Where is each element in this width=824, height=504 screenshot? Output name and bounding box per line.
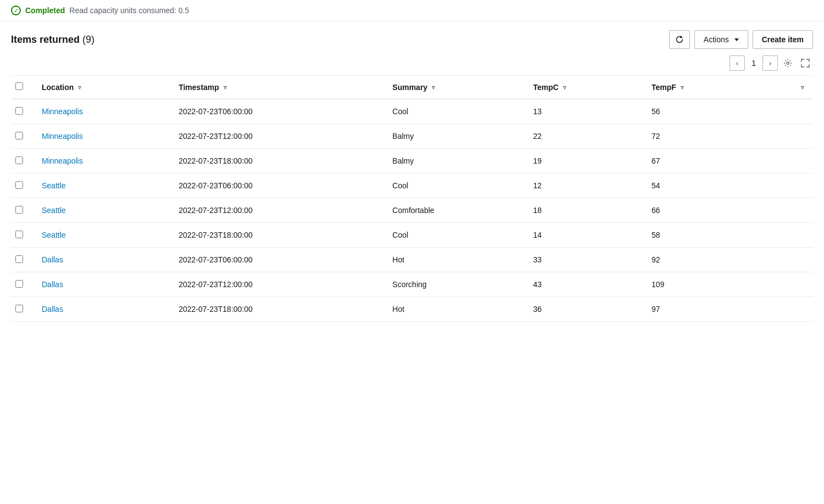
fullscreen-icon-button[interactable]	[798, 55, 813, 71]
cell-extra	[759, 198, 813, 223]
location-link[interactable]: Minneapolis	[42, 107, 83, 116]
sort-icon-extra: ▿	[801, 84, 804, 91]
capacity-text: Read capacity units consumed: 0.5	[69, 6, 189, 15]
row-checkbox-3[interactable]	[15, 181, 23, 189]
location-link[interactable]: Minneapolis	[42, 156, 83, 165]
cell-location[interactable]: Dallas	[33, 248, 170, 272]
cell-timestamp: 2022-07-23T12:00:00	[170, 272, 383, 297]
completed-icon: ✓	[11, 5, 21, 15]
cell-timestamp: 2022-07-23T12:00:00	[170, 198, 383, 223]
cell-timestamp: 2022-07-23T12:00:00	[170, 124, 383, 149]
cell-summary: Cool	[383, 173, 524, 198]
location-link[interactable]: Dallas	[42, 255, 63, 264]
col-header-tempc[interactable]: TempC ▿	[524, 76, 643, 99]
pagination-bar: ‹ 1 ›	[0, 53, 824, 75]
location-link[interactable]: Seattle	[42, 206, 66, 215]
cell-tempf: 67	[643, 149, 759, 173]
location-link[interactable]: Seattle	[42, 181, 66, 190]
cell-tempf: 92	[643, 248, 759, 272]
table-row: Dallas2022-07-23T12:00:00Scorching43109	[11, 272, 813, 297]
row-checkbox-cell	[11, 272, 33, 297]
cell-tempc: 36	[524, 297, 643, 322]
col-header-extra: ▿	[759, 76, 813, 99]
table-header-row: Location ▿ Timestamp ▿ Summary ▿ TempC ▿…	[11, 76, 813, 99]
cell-extra	[759, 124, 813, 149]
cell-tempc: 43	[524, 272, 643, 297]
location-link[interactable]: Dallas	[42, 305, 63, 313]
row-checkbox-cell	[11, 297, 33, 322]
select-all-checkbox[interactable]	[15, 82, 23, 90]
cell-location[interactable]: Seattle	[33, 173, 170, 198]
select-all-header	[11, 76, 33, 99]
cell-location[interactable]: Minneapolis	[33, 124, 170, 149]
sort-icon-summary: ▿	[432, 84, 435, 91]
cell-location[interactable]: Seattle	[33, 198, 170, 223]
row-checkbox-cell	[11, 124, 33, 149]
cell-tempf: 109	[643, 272, 759, 297]
row-checkbox-cell	[11, 198, 33, 223]
cell-timestamp: 2022-07-23T06:00:00	[170, 99, 383, 124]
cell-location[interactable]: Seattle	[33, 223, 170, 248]
cell-summary: Balmy	[383, 149, 524, 173]
table-row: Seattle2022-07-23T18:00:00Cool1458	[11, 223, 813, 248]
row-checkbox-5[interactable]	[15, 231, 23, 238]
cell-location[interactable]: Dallas	[33, 297, 170, 322]
row-checkbox-6[interactable]	[15, 255, 23, 263]
cell-timestamp: 2022-07-23T18:00:00	[170, 297, 383, 322]
location-link[interactable]: Minneapolis	[42, 132, 83, 141]
table-row: Seattle2022-07-23T12:00:00Comfortable186…	[11, 198, 813, 223]
sort-icon-location: ▿	[78, 84, 81, 91]
cell-tempc: 14	[524, 223, 643, 248]
cell-summary: Comfortable	[383, 198, 524, 223]
toolbar: Items returned (9) Actions Create item	[0, 21, 824, 53]
cell-extra	[759, 149, 813, 173]
cell-summary: Hot	[383, 248, 524, 272]
cell-extra	[759, 297, 813, 322]
next-page-button[interactable]: ›	[762, 55, 778, 71]
location-link[interactable]: Seattle	[42, 231, 66, 239]
cell-tempc: 22	[524, 124, 643, 149]
cell-location[interactable]: Minneapolis	[33, 99, 170, 124]
row-checkbox-7[interactable]	[15, 280, 23, 288]
table-row: Dallas2022-07-23T06:00:00Hot3392	[11, 248, 813, 272]
row-checkbox-0[interactable]	[15, 107, 23, 115]
settings-icon-button[interactable]	[780, 55, 795, 71]
cell-location[interactable]: Minneapolis	[33, 149, 170, 173]
cell-tempf: 72	[643, 124, 759, 149]
cell-location[interactable]: Dallas	[33, 272, 170, 297]
location-link[interactable]: Dallas	[42, 280, 63, 289]
col-header-timestamp[interactable]: Timestamp ▿	[170, 76, 383, 99]
col-header-location[interactable]: Location ▿	[33, 76, 170, 99]
prev-page-button[interactable]: ‹	[730, 55, 745, 71]
table-row: Minneapolis2022-07-23T12:00:00Balmy2272	[11, 124, 813, 149]
items-returned-title: Items returned (9)	[11, 34, 94, 45]
create-item-button[interactable]: Create item	[753, 30, 813, 49]
table-row: Dallas2022-07-23T18:00:00Hot3697	[11, 297, 813, 322]
prev-icon: ‹	[736, 59, 739, 68]
row-checkbox-cell	[11, 173, 33, 198]
cell-extra	[759, 223, 813, 248]
actions-button[interactable]: Actions	[694, 30, 748, 49]
cell-extra	[759, 272, 813, 297]
cell-timestamp: 2022-07-23T18:00:00	[170, 149, 383, 173]
items-count: (9)	[82, 34, 94, 45]
sort-icon-timestamp: ▿	[224, 84, 227, 91]
refresh-button[interactable]	[669, 30, 690, 49]
row-checkbox-2[interactable]	[15, 156, 23, 164]
col-header-tempf[interactable]: TempF ▿	[643, 76, 759, 99]
cell-tempf: 54	[643, 173, 759, 198]
row-checkbox-cell	[11, 99, 33, 124]
table-row: Minneapolis2022-07-23T18:00:00Balmy1967	[11, 149, 813, 173]
row-checkbox-cell	[11, 223, 33, 248]
cell-tempc: 19	[524, 149, 643, 173]
cell-tempc: 13	[524, 99, 643, 124]
row-checkbox-cell	[11, 149, 33, 173]
data-table-wrapper: Location ▿ Timestamp ▿ Summary ▿ TempC ▿…	[0, 75, 824, 322]
row-checkbox-1[interactable]	[15, 132, 23, 139]
col-header-summary[interactable]: Summary ▿	[383, 76, 524, 99]
svg-point-1	[787, 62, 789, 64]
row-checkbox-4[interactable]	[15, 206, 23, 214]
row-checkbox-8[interactable]	[15, 305, 23, 312]
expand-icon	[801, 59, 810, 68]
sort-icon-tempf: ▿	[681, 84, 684, 91]
